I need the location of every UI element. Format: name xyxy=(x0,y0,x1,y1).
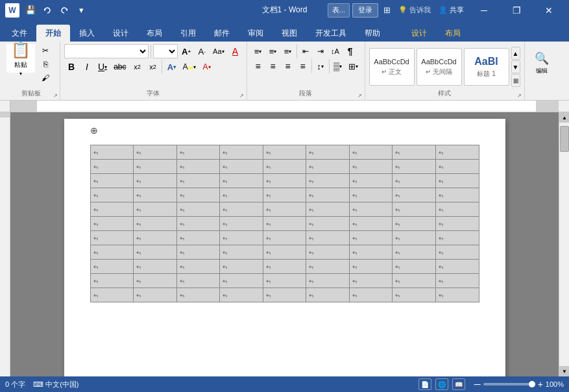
table-cell[interactable]: ↵ xyxy=(176,188,220,202)
tab-mailings[interactable]: 邮件 xyxy=(205,25,239,42)
table-cell[interactable]: ↵ xyxy=(134,217,177,231)
table-cell[interactable]: ↵ xyxy=(349,231,393,245)
font-size-select[interactable] xyxy=(153,44,178,58)
superscript-btn[interactable]: x2 xyxy=(145,60,160,74)
table-cell[interactable]: ↵ xyxy=(90,217,134,231)
style-expand-btn[interactable]: ⊞ xyxy=(511,74,520,87)
table-cell[interactable]: ↵ xyxy=(263,231,306,245)
table-cell[interactable]: ↵ xyxy=(90,274,134,288)
line-spacing-btn[interactable]: ↕▾ xyxy=(313,59,328,73)
table-cell[interactable]: ↵ xyxy=(90,160,134,174)
view-web-btn[interactable]: 🌐 xyxy=(435,378,448,390)
underline-btn[interactable]: U▾ xyxy=(95,60,110,74)
scroll-track[interactable] xyxy=(559,123,569,366)
find-btn[interactable]: 🔍 编辑 xyxy=(529,47,555,79)
tab-home[interactable]: 开始 xyxy=(36,25,70,42)
table-cell[interactable]: ↵ xyxy=(435,145,479,160)
table-cell[interactable]: ↵ xyxy=(176,160,220,174)
table-cell[interactable]: ↵ xyxy=(306,260,350,274)
clear-format-btn[interactable]: A xyxy=(228,44,243,58)
table-cell[interactable]: ↵ xyxy=(263,245,306,260)
table-cell[interactable]: ↵ xyxy=(306,145,350,160)
zoom-slider[interactable] xyxy=(483,383,535,386)
restore-btn[interactable]: ❐ xyxy=(502,0,531,20)
table-cell[interactable]: ↵ xyxy=(134,202,177,217)
table-cell[interactable]: ↵ xyxy=(134,188,177,202)
table-cell[interactable]: ↵ xyxy=(393,288,436,302)
table-cell[interactable]: ↵ xyxy=(134,174,177,188)
table-cell[interactable]: ↵ xyxy=(220,260,263,274)
style-h1[interactable]: AaBl 标题 1 xyxy=(464,48,509,86)
table-cell[interactable]: ↵ xyxy=(393,260,436,274)
table-cell[interactable]: ↵ xyxy=(176,217,220,231)
table-cell[interactable]: ↵ xyxy=(90,188,134,202)
vertical-scrollbar[interactable]: ▲ ▼ xyxy=(559,112,569,376)
table-cell[interactable]: ↵ xyxy=(176,245,220,260)
table-cell[interactable]: ↵ xyxy=(263,260,306,274)
table-cell[interactable]: ↵ xyxy=(306,160,350,174)
tab-table-design[interactable]: 设计 xyxy=(402,25,436,42)
table-cell[interactable]: ↵ xyxy=(220,231,263,245)
tab-developer[interactable]: 开发工具 xyxy=(306,25,356,42)
table-cell[interactable]: ↵ xyxy=(134,160,177,174)
table-cell[interactable]: ↵ xyxy=(349,174,393,188)
view-read-btn[interactable]: 📖 xyxy=(452,378,465,390)
table-cell[interactable]: ↵ xyxy=(220,160,263,174)
zoom-plus-btn[interactable]: + xyxy=(538,379,543,389)
table-cell[interactable]: ↵ xyxy=(90,288,134,302)
para-expand[interactable]: ↗ xyxy=(357,92,363,99)
borders-btn[interactable]: ⊞▾ xyxy=(346,59,361,73)
tab-design[interactable]: 设计 xyxy=(104,25,138,42)
login-btn[interactable]: 登录 xyxy=(352,3,378,18)
style-scroll-down[interactable]: ▼ xyxy=(511,60,520,73)
table-cell[interactable]: ↵ xyxy=(134,288,177,302)
change-case-btn[interactable]: Aa▾ xyxy=(210,44,226,58)
table-cell[interactable]: ↵ xyxy=(134,274,177,288)
table-cell[interactable]: ↵ xyxy=(306,188,350,202)
redo-quick-btn[interactable] xyxy=(57,3,71,18)
table-cell[interactable]: ↵ xyxy=(435,231,479,245)
table-cell[interactable]: ↵ xyxy=(176,174,220,188)
font-expand[interactable]: ↗ xyxy=(239,92,245,99)
strikethrough-btn[interactable]: abc xyxy=(111,60,128,74)
table-cell[interactable]: ↵ xyxy=(176,145,220,160)
tell-me-btn[interactable]: 💡告诉我 xyxy=(396,5,433,15)
sort-btn[interactable]: ↕A xyxy=(328,44,343,58)
undo-quick-btn[interactable] xyxy=(40,3,54,18)
tab-file[interactable]: 文件 xyxy=(3,25,36,42)
table-cell[interactable]: ↵ xyxy=(220,174,263,188)
style-normal[interactable]: AaBbCcDd ↵ 正文 xyxy=(369,48,415,86)
align-center-btn[interactable]: ≡ xyxy=(266,59,280,73)
table-cell[interactable]: ↵ xyxy=(220,202,263,217)
table-cell[interactable]: ↵ xyxy=(306,231,350,245)
table-cell[interactable]: ↵ xyxy=(393,160,436,174)
scroll-down-btn[interactable]: ▼ xyxy=(559,366,569,376)
view-print-btn[interactable]: 📄 xyxy=(418,378,431,390)
table-cell[interactable]: ↵ xyxy=(393,274,436,288)
table-cell[interactable]: ↵ xyxy=(435,245,479,260)
font-name-select[interactable] xyxy=(64,44,149,58)
tab-insert[interactable]: 插入 xyxy=(70,25,104,42)
table-cell[interactable]: ↵ xyxy=(90,174,134,188)
table-cell[interactable]: ↵ xyxy=(90,245,134,260)
font-color-btn[interactable]: A▾ xyxy=(200,60,214,74)
tab-help[interactable]: 帮助 xyxy=(356,25,389,42)
table-cell[interactable]: ↵ xyxy=(349,260,393,274)
table-cell[interactable]: ↵ xyxy=(349,288,393,302)
table-cell[interactable]: ↵ xyxy=(134,231,177,245)
text-highlight-btn[interactable]: A▬▾ xyxy=(180,60,198,74)
cut-btn[interactable]: ✂ xyxy=(36,44,54,57)
table-cell[interactable]: ↵ xyxy=(306,245,350,260)
italic-btn[interactable]: I xyxy=(80,60,94,74)
justify-btn[interactable]: ≡ xyxy=(296,59,310,73)
table-cell[interactable]: ↵ xyxy=(176,288,220,302)
table-cell[interactable]: ↵ xyxy=(176,274,220,288)
table-cell[interactable]: ↵ xyxy=(90,260,134,274)
table-cell[interactable]: ↵ xyxy=(220,188,263,202)
table-cell[interactable]: ↵ xyxy=(349,274,393,288)
table-cell[interactable]: ↵ xyxy=(349,160,393,174)
table-cell[interactable]: ↵ xyxy=(220,288,263,302)
table-cell[interactable]: ↵ xyxy=(435,217,479,231)
window-menu-btn[interactable]: ⊞ xyxy=(381,5,393,15)
table-cell[interactable]: ↵ xyxy=(220,274,263,288)
